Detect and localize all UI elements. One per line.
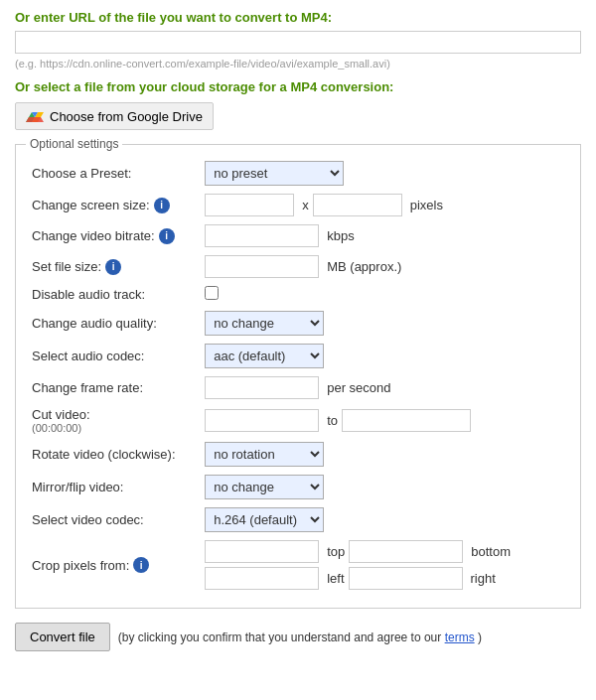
preset-label: Choose a Preset: <box>30 157 203 190</box>
file-size-label-cell: Set file size: i <box>30 251 203 282</box>
bitrate-row: Change video bitrate: i kbps <box>30 220 566 251</box>
preset-select[interactable]: no preset iPhone iPad Android <box>205 161 344 186</box>
screen-size-unit: pixels <box>406 198 443 212</box>
audio-quality-cell: no change low medium high <box>203 307 566 340</box>
cut-video-label-cell: Cut video: (00:00:00) <box>30 403 203 438</box>
frame-rate-row: Change frame rate: per second <box>30 372 566 403</box>
disable-audio-checkbox[interactable] <box>205 286 219 300</box>
screen-size-info-icon[interactable]: i <box>154 198 170 213</box>
preset-cell: no preset iPhone iPad Android <box>203 157 566 190</box>
disable-audio-cell <box>203 282 566 307</box>
audio-codec-row: Select audio codec: aac (default) mp3 og… <box>30 340 566 372</box>
preset-row: Choose a Preset: no preset iPhone iPad A… <box>30 157 566 190</box>
audio-codec-cell: aac (default) mp3 ogg none <box>203 340 566 372</box>
audio-quality-row: Change audio quality: no change low medi… <box>30 307 566 340</box>
url-input[interactable] <box>15 31 581 54</box>
screen-size-row: Change screen size: i x pixels <box>30 190 566 220</box>
file-size-info-icon[interactable]: i <box>105 259 121 275</box>
crop-row: Crop pixels from: i top bottom left <box>30 536 566 594</box>
mirror-cell: no change horizontal vertical <box>203 471 566 503</box>
crop-right-input[interactable] <box>349 567 463 590</box>
url-section: Or enter URL of the file you want to con… <box>15 10 581 70</box>
settings-table: Choose a Preset: no preset iPhone iPad A… <box>30 157 566 594</box>
mirror-select[interactable]: no change horizontal vertical <box>205 475 324 499</box>
svg-marker-3 <box>26 117 44 122</box>
crop-top-input[interactable] <box>205 540 319 563</box>
screen-width-input[interactable] <box>205 194 294 216</box>
file-size-input[interactable] <box>205 255 319 278</box>
rotate-row: Rotate video (clockwise): no rotation 90… <box>30 438 566 471</box>
crop-bottom-input[interactable] <box>349 540 463 563</box>
audio-codec-label: Select audio codec: <box>30 340 203 372</box>
video-codec-cell: h.264 (default) h.265 mpeg4 vp8 vp9 <box>203 503 566 536</box>
optional-settings-box: Optional settings Choose a Preset: no pr… <box>15 144 581 609</box>
cut-start-input[interactable] <box>205 409 319 432</box>
cut-end-input[interactable] <box>342 409 471 432</box>
crop-left-input[interactable] <box>205 567 319 590</box>
bitrate-input[interactable] <box>205 224 319 247</box>
bitrate-cell: kbps <box>203 220 566 251</box>
screen-size-label: Change screen size: i <box>30 190 203 220</box>
crop-cell: top bottom left right <box>203 536 566 594</box>
frame-rate-unit: per second <box>323 380 390 395</box>
file-size-row: Set file size: i MB (approx.) <box>30 251 566 282</box>
url-placeholder: (e.g. https://cdn.online-convert.com/exa… <box>15 58 581 70</box>
disable-audio-row: Disable audio track: <box>30 282 566 307</box>
optional-legend: Optional settings <box>26 137 122 151</box>
screen-size-x: x <box>298 198 309 212</box>
url-title: Or enter URL of the file you want to con… <box>15 10 581 25</box>
audio-quality-select[interactable]: no change low medium high <box>205 311 324 336</box>
screen-height-input[interactable] <box>313 194 402 216</box>
mirror-label: Mirror/flip video: <box>30 471 203 503</box>
file-size-unit: MB (approx.) <box>323 259 401 274</box>
convert-button[interactable]: Convert file <box>15 623 110 651</box>
bitrate-unit: kbps <box>323 228 354 243</box>
footer-text: (by clicking you confirm that you unders… <box>118 630 482 644</box>
bitrate-label: Change video bitrate: <box>32 228 155 243</box>
video-codec-row: Select video codec: h.264 (default) h.26… <box>30 503 566 536</box>
rotate-select[interactable]: no rotation 90° 180° 270° <box>205 442 324 467</box>
confirm-text: (by clicking you confirm that you unders… <box>118 630 442 644</box>
crop-label-cell: Crop pixels from: i <box>30 536 203 594</box>
rotate-label: Rotate video (clockwise): <box>30 438 203 471</box>
footer: Convert file (by clicking you confirm th… <box>15 623 581 651</box>
rotate-cell: no rotation 90° 180° 270° <box>203 438 566 471</box>
audio-codec-select[interactable]: aac (default) mp3 ogg none <box>205 344 324 368</box>
cut-to-label: to <box>323 413 338 428</box>
gdrive-icon <box>26 108 44 124</box>
audio-quality-label: Change audio quality: <box>30 307 203 340</box>
disable-audio-label: Disable audio track: <box>30 282 203 307</box>
gdrive-button[interactable]: Choose from Google Drive <box>15 102 214 130</box>
crop-left-label: left <box>323 571 344 586</box>
frame-rate-cell: per second <box>203 372 566 403</box>
terms-link[interactable]: terms <box>445 630 475 644</box>
cut-video-cell: to <box>203 403 566 438</box>
video-codec-select[interactable]: h.264 (default) h.265 mpeg4 vp8 vp9 <box>205 507 324 532</box>
crop-info-icon[interactable]: i <box>133 557 149 573</box>
mirror-row: Mirror/flip video: no change horizontal … <box>30 471 566 503</box>
cut-video-sub: (00:00:00) <box>32 422 201 434</box>
cut-video-row: Cut video: (00:00:00) to <box>30 403 566 438</box>
frame-rate-input[interactable] <box>205 376 319 399</box>
bitrate-label-cell: Change video bitrate: i <box>30 220 203 251</box>
crop-right-label: right <box>467 571 496 586</box>
video-codec-label: Select video codec: <box>30 503 203 536</box>
crop-top-label: top <box>323 544 345 559</box>
file-size-cell: MB (approx.) <box>203 251 566 282</box>
cloud-section: Or select a file from your cloud storage… <box>15 79 581 144</box>
gdrive-button-label: Choose from Google Drive <box>50 109 203 124</box>
bitrate-info-icon[interactable]: i <box>159 228 175 244</box>
crop-label: Crop pixels from: <box>32 558 129 573</box>
frame-rate-label: Change frame rate: <box>30 372 203 403</box>
crop-bottom-label: bottom <box>467 544 511 559</box>
confirm-end: ) <box>478 630 482 644</box>
file-size-label: Set file size: <box>32 259 101 274</box>
screen-size-inputs: x pixels <box>203 190 566 220</box>
cut-video-label: Cut video: <box>32 407 201 422</box>
cloud-title: Or select a file from your cloud storage… <box>15 79 581 94</box>
